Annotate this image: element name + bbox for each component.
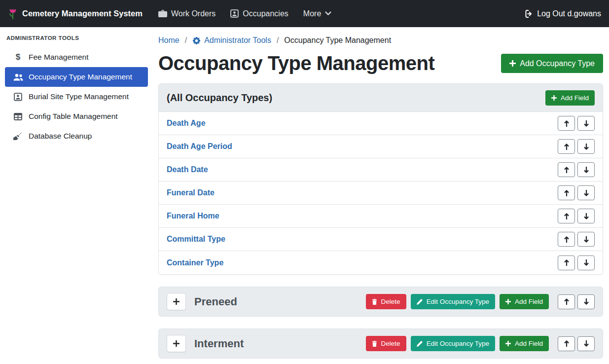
delete-button[interactable]: Delete [366,294,406,309]
brand[interactable]: Cemetery Management System [8,7,143,20]
nav-item-label: Occupancies [243,9,288,18]
page-layout: Administrator Tools $ Fee Management Occ… [0,27,609,364]
sidebar-item-label: Fee Management [29,53,89,62]
move-up-button[interactable] [558,162,575,177]
sidebar: Administrator Tools $ Fee Management Occ… [0,27,153,364]
add-field-button[interactable]: Add Field [545,90,595,106]
arrow-down-icon [583,259,589,266]
move-down-button[interactable] [577,162,595,177]
move-down-button[interactable] [577,185,595,200]
move-up-button[interactable] [558,336,575,351]
pencil-icon [417,341,423,347]
add-occupancy-type-button[interactable]: Add Occupancy Type [501,54,603,73]
breadcrumb-home-link[interactable]: Home [158,36,179,45]
edit-occupancy-type-button[interactable]: Edit Occupancy Type [411,336,495,351]
logout-label: Log Out d.gowans [537,9,601,18]
portrait-frame-icon [11,93,25,101]
plus-icon [505,299,511,304]
move-down-button[interactable] [577,139,595,154]
move-down-button[interactable] [577,116,595,131]
occupancy-type-section: Preneed Delete Edit Occupancy Type Add F… [158,287,603,317]
sidebar-item-label: Config Table Management [29,112,118,121]
sidebar-heading: Administrator Tools [6,35,148,41]
arrow-down-icon [583,236,589,243]
section-actions: Delete Edit Occupancy Type Add Field [366,294,595,309]
arrow-down-icon [583,120,589,127]
logout-icon [523,10,533,18]
button-label: Delete [381,298,400,305]
plus-icon [173,340,179,347]
arrow-down-icon [583,340,589,347]
broom-icon [11,132,25,140]
section-title: Preneed [194,295,366,308]
delete-button[interactable]: Delete [366,336,406,351]
chevron-down-icon [325,11,331,16]
reorder-buttons [558,294,595,309]
nav-item-more[interactable]: More [303,9,331,18]
move-up-button[interactable] [558,232,575,247]
trash-icon [372,299,377,305]
move-up-button[interactable] [558,116,575,131]
expand-section-button[interactable] [167,293,186,310]
trash-icon [372,341,377,347]
arrow-up-icon [564,190,570,196]
add-field-button[interactable]: Add Field [500,336,549,351]
reorder-buttons [558,255,595,270]
reorder-buttons [558,336,595,351]
brand-title: Cemetery Management System [22,9,143,18]
nav-item-occupancies[interactable]: Occupancies [230,9,288,18]
breadcrumb-label: Home [158,36,179,45]
move-down-button[interactable] [577,255,595,270]
expand-section-button[interactable] [167,335,186,352]
field-link[interactable]: Death Date [167,165,208,174]
button-label: Add Field [515,298,543,305]
field-list: Death Age Death Age Period [159,112,603,274]
pencil-icon [417,299,423,305]
sidebar-item-config-table-management[interactable]: Config Table Management [5,107,148,126]
add-field-button[interactable]: Add Field [500,294,549,309]
breadcrumb-admin-tools-link[interactable]: Administrator Tools [192,36,271,45]
reorder-buttons [558,185,595,200]
field-link[interactable]: Container Type [167,258,223,267]
move-down-button[interactable] [577,232,595,247]
arrow-up-icon [564,259,570,266]
move-down-button[interactable] [577,209,595,223]
gear-icon [192,36,201,45]
sidebar-item-label: Burial Site Type Management [29,92,129,101]
nav-item-work-orders[interactable]: Work Orders [158,9,215,18]
arrow-up-icon [564,298,570,305]
breadcrumb-label: Administrator Tools [204,36,271,45]
sidebar-item-database-cleanup[interactable]: Database Cleanup [5,126,148,146]
arrow-down-icon [583,213,589,219]
arrow-down-icon [583,190,589,196]
portrait-frame-icon [230,9,239,18]
field-link[interactable]: Funeral Date [167,188,215,197]
move-up-button[interactable] [558,255,575,270]
field-link[interactable]: Funeral Home [167,212,219,220]
edit-occupancy-type-button[interactable]: Edit Occupancy Type [411,294,495,309]
table-icon [11,113,25,120]
field-link[interactable]: Committal Type [167,235,225,244]
dollar-icon: $ [11,52,25,62]
button-label: Add Field [515,340,543,347]
move-down-button[interactable] [577,294,595,309]
move-up-button[interactable] [558,185,575,200]
sidebar-item-occupancy-type-management[interactable]: Occupancy Type Management [5,67,148,87]
sidebar-item-fee-management[interactable]: $ Fee Management [5,47,148,67]
field-link[interactable]: Death Age Period [167,142,232,151]
reorder-buttons [558,162,595,177]
occupancy-type-sections: Preneed Delete Edit Occupancy Type Add F… [158,287,603,359]
move-up-button[interactable] [558,294,575,309]
card-title: (All Occupancy Types) [167,92,272,104]
button-label: Edit Occupancy Type [427,340,489,347]
section-actions: Delete Edit Occupancy Type Add Field [366,336,595,351]
sidebar-item-burial-site-type-management[interactable]: Burial Site Type Management [5,87,148,107]
field-link[interactable]: Death Age [167,119,206,128]
field-row: Container Type [159,251,603,274]
top-navbar: Cemetery Management System Work Orders O… [0,0,609,27]
move-down-button[interactable] [577,336,595,351]
logout-button[interactable]: Log Out d.gowans [523,9,601,18]
move-up-button[interactable] [558,209,575,223]
move-up-button[interactable] [558,139,575,154]
arrow-up-icon [564,167,570,173]
